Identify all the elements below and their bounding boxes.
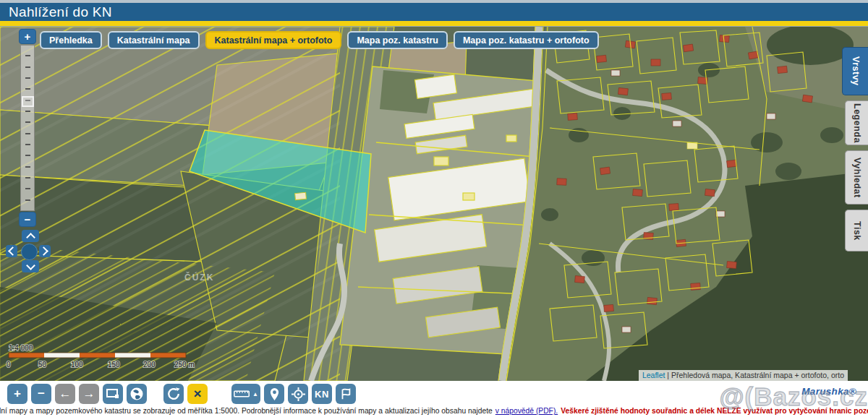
pan-right-button[interactable] [39,245,51,257]
pan-down-button[interactable] [22,260,39,272]
svg-text:200: 200 [143,361,156,369]
cuzk-watermark: ČÚZK [184,272,214,283]
tab-katastralni-mapa[interactable]: Katastrální mapa [108,31,200,49]
attribution-layers: Přehledová mapa, Katastrální mapa + orto… [671,371,844,379]
attribution-separator: | [667,371,669,379]
history-back-button[interactable]: ← [55,384,75,404]
zoom-in-tool-button[interactable]: + [7,384,27,404]
refresh-icon [166,387,181,401]
bottom-bar: + − ← → × ▲ KN Obsah katastrální m [0,381,868,417]
zoom-slider-track[interactable] [20,45,35,211]
tab-mapa-poz-katastru-ortofoto[interactable]: Mapa poz. katastru + ortofoto [454,31,599,49]
status-text: Obsah katastrální mapy a mapy pozemkovéh… [0,407,493,415]
zoom-control: + − [19,29,36,227]
app-header: Nahlížení do KN [0,3,868,21]
kn-button[interactable]: KN [312,384,332,404]
map-canvas: ČÚZK 1:4 000 0 50 100 150 200 250 m [0,27,868,381]
pan-control [6,230,51,273]
page-title: Nahlížení do KN [9,4,112,20]
zoom-out-button[interactable]: − [19,212,36,227]
svg-text:0: 0 [7,361,11,369]
svg-text:50: 50 [38,361,47,369]
refresh-button[interactable] [163,384,184,404]
side-panel-tabs: Vrstvy Legenda Vyhledat Tisk [842,47,868,252]
globe-icon [129,387,144,401]
dropdown-caret-icon: ▲ [252,391,258,397]
residential-area [506,27,868,381]
marushka-logo: Marushka® [801,386,856,397]
svg-text:1:4 000: 1:4 000 [9,344,33,352]
gps-button[interactable] [264,384,284,404]
tab-prehledka[interactable]: Přehledka [40,31,102,49]
zoom-in-button[interactable]: + [19,29,36,44]
chevron-right-icon [39,246,48,256]
map-attribution: Leaflet | Přehledová mapa, Katastrální m… [639,370,848,381]
status-bar: Obsah katastrální mapy a mapy pozemkovéh… [0,407,868,415]
svg-text:100: 100 [71,361,83,369]
status-warning: Veškeré zjištěné hodnoty souřadnic a dél… [561,407,868,415]
tab-katastralni-mapa-ortofoto[interactable]: Katastrální mapa + ortofoto [205,31,342,49]
chevron-left-icon [8,246,17,256]
gps-pin-icon [269,387,280,401]
full-extent-button[interactable] [127,384,147,404]
locate-button[interactable] [288,384,308,404]
clear-selection-button[interactable]: × [187,384,208,404]
side-tab-vyhledat[interactable]: Vyhledat [845,150,868,205]
history-forward-button[interactable]: → [79,384,99,404]
zoom-slider-handle[interactable] [22,96,34,107]
pan-up-button[interactable] [22,230,39,242]
zoom-out-tool-button[interactable]: − [31,384,51,404]
header-accent-stripe [0,21,868,27]
chevron-up-icon [26,233,35,242]
crosshair-icon [292,387,305,401]
help-pdf-link[interactable]: v nápovědě (PDF). [495,407,558,415]
side-tab-vrstvy[interactable]: Vrstvy [842,47,868,95]
flag-icon [339,387,352,400]
rectangle-select-icon [106,388,120,400]
map-viewport[interactable]: ČÚZK 1:4 000 0 50 100 150 200 250 m Přeh… [0,27,868,381]
side-tab-tisk[interactable]: Tisk [845,210,868,252]
chevron-down-icon [26,261,35,270]
pan-left-button[interactable] [6,245,17,257]
svg-text:250 m: 250 m [174,361,195,369]
basemap-switcher: Přehledka Katastrální mapa Katastrální m… [40,31,599,49]
flag-button[interactable] [336,384,356,404]
zoom-rectangle-button[interactable] [103,384,123,404]
ruler-icon [234,389,251,399]
side-tab-legenda[interactable]: Legenda [845,100,868,145]
tab-mapa-poz-katastru[interactable]: Mapa poz. katastru [347,31,448,49]
leaflet-link[interactable]: Leaflet [642,371,665,379]
measure-button[interactable]: ▲ [231,384,260,404]
svg-text:150: 150 [108,361,120,369]
pan-center-button[interactable] [21,244,38,260]
map-toolbar: + − ← → × ▲ KN [7,384,359,404]
